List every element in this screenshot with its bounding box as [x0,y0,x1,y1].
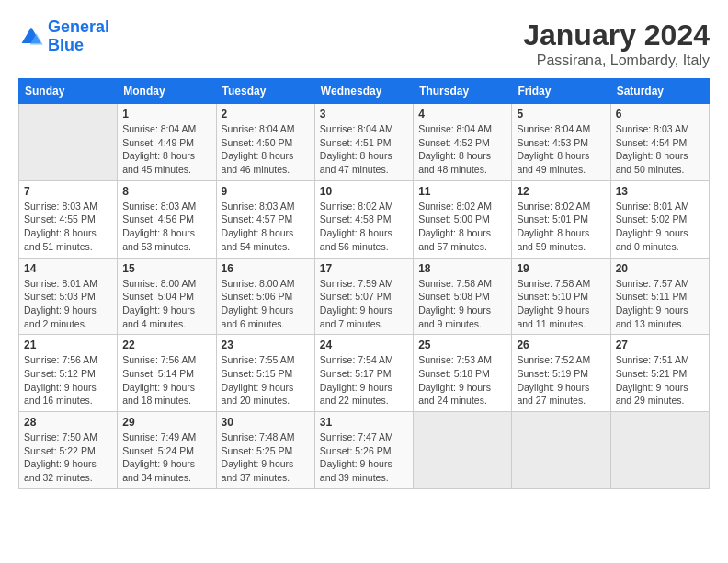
day-number: 30 [222,416,310,429]
calendar-table: SundayMondayTuesdayWednesdayThursdayFrid… [18,78,710,489]
day-number: 9 [222,185,310,198]
day-number: 11 [418,185,506,198]
day-info: Sunrise: 7:58 AM Sunset: 5:08 PM Dayligh… [418,277,506,331]
header-friday: Friday [512,79,610,104]
logo-text: General Blue [48,18,109,55]
day-cell: 20Sunrise: 7:57 AM Sunset: 5:11 PM Dayli… [610,258,709,335]
day-info: Sunrise: 8:00 AM Sunset: 5:06 PM Dayligh… [222,277,310,331]
day-number: 31 [320,416,408,429]
logo-line2: Blue [48,36,84,54]
day-cell: 11Sunrise: 8:02 AM Sunset: 5:00 PM Dayli… [414,180,512,258]
day-number: 12 [517,185,605,198]
day-cell: 21Sunrise: 7:56 AM Sunset: 5:12 PM Dayli… [19,335,118,412]
day-info: Sunrise: 7:53 AM Sunset: 5:18 PM Dayligh… [418,353,506,408]
day-cell [19,104,118,181]
day-number: 4 [418,108,506,121]
day-info: Sunrise: 7:55 AM Sunset: 5:15 PM Dayligh… [222,353,310,408]
logo: General Blue [18,18,109,55]
day-cell: 7Sunrise: 8:03 AM Sunset: 4:55 PM Daylig… [19,180,118,258]
day-number: 6 [616,108,704,121]
day-info: Sunrise: 7:49 AM Sunset: 5:24 PM Dayligh… [122,431,210,485]
day-cell: 26Sunrise: 7:52 AM Sunset: 5:19 PM Dayli… [512,335,610,412]
day-cell: 9Sunrise: 8:03 AM Sunset: 4:57 PM Daylig… [216,180,314,258]
calendar-body: 1Sunrise: 8:04 AM Sunset: 4:49 PM Daylig… [19,104,710,489]
day-info: Sunrise: 8:04 AM Sunset: 4:53 PM Dayligh… [517,122,605,177]
day-number: 19 [517,262,605,275]
day-info: Sunrise: 8:04 AM Sunset: 4:50 PM Dayligh… [222,122,310,177]
week-row-1: 7Sunrise: 8:03 AM Sunset: 4:55 PM Daylig… [19,180,710,258]
day-cell: 25Sunrise: 7:53 AM Sunset: 5:18 PM Dayli… [414,335,512,412]
week-row-3: 21Sunrise: 7:56 AM Sunset: 5:12 PM Dayli… [19,335,710,412]
header-wednesday: Wednesday [314,79,413,104]
day-cell [610,412,709,489]
day-number: 27 [616,339,704,351]
day-cell: 22Sunrise: 7:56 AM Sunset: 5:14 PM Dayli… [118,335,216,412]
day-cell: 29Sunrise: 7:49 AM Sunset: 5:24 PM Dayli… [118,412,216,489]
day-info: Sunrise: 7:56 AM Sunset: 5:12 PM Dayligh… [24,353,112,408]
day-cell: 18Sunrise: 7:58 AM Sunset: 5:08 PM Dayli… [414,258,512,335]
day-info: Sunrise: 7:50 AM Sunset: 5:22 PM Dayligh… [24,431,112,485]
day-cell: 10Sunrise: 8:02 AM Sunset: 4:58 PM Dayli… [314,180,413,258]
day-info: Sunrise: 8:01 AM Sunset: 5:02 PM Dayligh… [616,200,704,254]
week-row-2: 14Sunrise: 8:01 AM Sunset: 5:03 PM Dayli… [19,258,710,335]
day-info: Sunrise: 8:03 AM Sunset: 4:57 PM Dayligh… [222,200,310,254]
day-info: Sunrise: 8:04 AM Sunset: 4:51 PM Dayligh… [320,122,408,177]
title-block: January 2024 Passirana, Lombardy, Italy [523,18,710,69]
day-cell: 28Sunrise: 7:50 AM Sunset: 5:22 PM Dayli… [19,412,118,489]
day-cell: 12Sunrise: 8:02 AM Sunset: 5:01 PM Dayli… [512,180,610,258]
day-number: 21 [24,339,112,351]
day-cell: 3Sunrise: 8:04 AM Sunset: 4:51 PM Daylig… [314,104,413,181]
calendar-header: SundayMondayTuesdayWednesdayThursdayFrid… [19,79,710,104]
day-cell: 6Sunrise: 8:03 AM Sunset: 4:54 PM Daylig… [610,104,709,181]
week-row-4: 28Sunrise: 7:50 AM Sunset: 5:22 PM Dayli… [19,412,710,489]
day-info: Sunrise: 8:03 AM Sunset: 4:56 PM Dayligh… [122,200,210,254]
header-tuesday: Tuesday [216,79,314,104]
day-info: Sunrise: 7:59 AM Sunset: 5:07 PM Dayligh… [320,277,408,331]
day-cell: 27Sunrise: 7:51 AM Sunset: 5:21 PM Dayli… [610,335,709,412]
day-info: Sunrise: 7:57 AM Sunset: 5:11 PM Dayligh… [616,277,704,331]
day-cell: 15Sunrise: 8:00 AM Sunset: 5:04 PM Dayli… [118,258,216,335]
day-cell: 24Sunrise: 7:54 AM Sunset: 5:17 PM Dayli… [314,335,413,412]
day-number: 18 [418,262,506,275]
logo-icon [18,24,44,50]
day-cell: 14Sunrise: 8:01 AM Sunset: 5:03 PM Dayli… [19,258,118,335]
day-info: Sunrise: 8:03 AM Sunset: 4:55 PM Dayligh… [24,200,112,254]
main-title: January 2024 [523,18,710,52]
day-info: Sunrise: 8:04 AM Sunset: 4:52 PM Dayligh… [418,122,506,177]
day-cell: 5Sunrise: 8:04 AM Sunset: 4:53 PM Daylig… [512,104,610,181]
day-number: 28 [24,416,112,429]
header-monday: Monday [118,79,216,104]
day-cell: 19Sunrise: 7:58 AM Sunset: 5:10 PM Dayli… [512,258,610,335]
day-info: Sunrise: 7:58 AM Sunset: 5:10 PM Dayligh… [517,277,605,331]
header-thursday: Thursday [414,79,512,104]
day-number: 3 [320,108,408,121]
day-cell [512,412,610,489]
day-cell: 2Sunrise: 8:04 AM Sunset: 4:50 PM Daylig… [216,104,314,181]
day-number: 29 [122,416,210,429]
day-cell: 30Sunrise: 7:48 AM Sunset: 5:25 PM Dayli… [216,412,314,489]
day-info: Sunrise: 8:01 AM Sunset: 5:03 PM Dayligh… [24,277,112,331]
day-number: 17 [320,262,408,275]
day-number: 16 [222,262,310,275]
day-info: Sunrise: 8:02 AM Sunset: 4:58 PM Dayligh… [320,200,408,254]
day-cell: 17Sunrise: 7:59 AM Sunset: 5:07 PM Dayli… [314,258,413,335]
day-cell: 31Sunrise: 7:47 AM Sunset: 5:26 PM Dayli… [314,412,413,489]
day-info: Sunrise: 7:56 AM Sunset: 5:14 PM Dayligh… [122,353,210,408]
header-saturday: Saturday [610,79,709,104]
day-number: 23 [222,339,310,351]
day-number: 10 [320,185,408,198]
day-info: Sunrise: 7:47 AM Sunset: 5:26 PM Dayligh… [320,431,408,485]
subtitle: Passirana, Lombardy, Italy [523,52,710,69]
day-number: 5 [517,108,605,121]
day-cell: 8Sunrise: 8:03 AM Sunset: 4:56 PM Daylig… [118,180,216,258]
day-number: 20 [616,262,704,275]
day-number: 1 [122,108,210,121]
page-header: General Blue January 2024 Passirana, Lom… [18,18,710,69]
day-info: Sunrise: 7:51 AM Sunset: 5:21 PM Dayligh… [616,353,704,408]
day-info: Sunrise: 7:54 AM Sunset: 5:17 PM Dayligh… [320,353,408,408]
week-row-0: 1Sunrise: 8:04 AM Sunset: 4:49 PM Daylig… [19,104,710,181]
day-number: 13 [616,185,704,198]
day-number: 22 [122,339,210,351]
day-number: 2 [222,108,310,121]
day-cell: 13Sunrise: 8:01 AM Sunset: 5:02 PM Dayli… [610,180,709,258]
